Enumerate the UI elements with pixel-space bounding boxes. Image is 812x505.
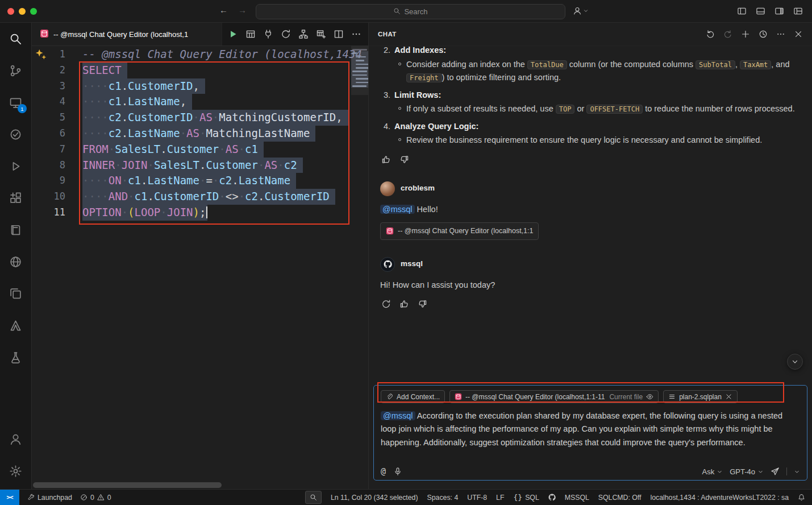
- thumbs-up-button[interactable]: [399, 299, 409, 309]
- sqlcmd-status[interactable]: SQLCMD: Off: [598, 494, 642, 502]
- attachment-chip[interactable]: -- @mssql Chat Query Editor (localhost,1…: [380, 222, 539, 240]
- activity-item-web[interactable]: [0, 246, 31, 278]
- more-button[interactable]: [776, 30, 785, 39]
- indentation[interactable]: Spaces: 4: [427, 494, 459, 502]
- eol[interactable]: LF: [496, 494, 504, 502]
- send-button[interactable]: [771, 467, 780, 476]
- connection[interactable]: localhost,1434 : AdventureWorksLT2022 : …: [650, 494, 789, 502]
- notifications[interactable]: [798, 494, 805, 501]
- model-picker[interactable]: GPT-4o: [730, 467, 764, 476]
- chat-input-box[interactable]: Add Context...-- @mssql Chat Query Edito…: [373, 385, 807, 481]
- copilot-menu[interactable]: [573, 6, 589, 15]
- activity-item-source-control[interactable]: [0, 55, 31, 86]
- activity-item-remote-explorer[interactable]: 1: [0, 86, 31, 118]
- code-line[interactable]: 11OPTION·(LOOP·JOIN);: [32, 205, 351, 221]
- copilot-sparkle-icon[interactable]: [35, 48, 47, 63]
- mention-chip[interactable]: @mssql: [381, 411, 415, 420]
- context-chip[interactable]: plan-2.sqlplan: [663, 390, 738, 403]
- activity-item-run-debug[interactable]: [0, 150, 31, 182]
- language-mode[interactable]: {}SQL: [513, 494, 539, 502]
- activity-item-azure[interactable]: [0, 309, 31, 341]
- remote-indicator[interactable]: ><: [0, 490, 19, 505]
- refresh-button[interactable]: [381, 299, 391, 309]
- back-button[interactable]: ←: [219, 5, 228, 15]
- activity-item-flask[interactable]: [0, 341, 31, 373]
- code-line[interactable]: 8INNER·JOIN·SalesLT.Customer·AS·c2: [32, 158, 351, 173]
- code-line[interactable]: 10····AND·c1.CustomerID·<>·c2.CustomerID: [32, 189, 351, 205]
- code-line[interactable]: 5····c2.CustomerID·AS·MatchingCustomerID…: [32, 110, 351, 126]
- cursor-position[interactable]: Ln 11, Col 20 (342 selected): [331, 494, 418, 502]
- minimap-line: [352, 71, 367, 72]
- activity-item-testing[interactable]: [0, 118, 31, 150]
- close-icon[interactable]: [725, 393, 732, 400]
- bell-icon: [798, 494, 805, 501]
- attach-mention-button[interactable]: @: [381, 467, 386, 476]
- mention-chip[interactable]: @mssql: [380, 205, 415, 214]
- toggle-panel-button[interactable]: [756, 6, 765, 16]
- split-editor-button[interactable]: [334, 29, 344, 39]
- line-number: 8: [32, 158, 82, 173]
- context-chip[interactable]: Add Context...: [381, 390, 445, 403]
- github-status[interactable]: [548, 494, 556, 501]
- redo-button[interactable]: [723, 30, 732, 39]
- zoom-indicator[interactable]: [305, 491, 322, 504]
- send-options-button[interactable]: [794, 469, 800, 475]
- thumbs-down-button[interactable]: [399, 155, 409, 164]
- code-line[interactable]: 7FROM·SalesLT.Customer·AS·c1: [32, 142, 351, 158]
- activity-item-search[interactable]: [0, 23, 31, 55]
- table-designer-button[interactable]: [316, 29, 326, 39]
- voice-input-button[interactable]: [393, 467, 402, 476]
- code-line[interactable]: 3····c1.CustomerID,: [32, 78, 351, 94]
- command-center-search[interactable]: Search: [256, 4, 565, 19]
- scroll-to-bottom-button[interactable]: [787, 354, 803, 370]
- activity-item-settings[interactable]: [0, 455, 31, 487]
- minimap-line: [356, 60, 365, 61]
- text-run: ) to optimize filtering and sorting.: [442, 73, 561, 82]
- mssql-status[interactable]: MSSQL: [565, 494, 589, 502]
- code-token: ·: [199, 127, 206, 139]
- activity-item-windows[interactable]: [0, 278, 31, 309]
- context-chip[interactable]: -- @mssql Chat Query Editor (localhost,1…: [449, 390, 659, 403]
- minimap[interactable]: [351, 46, 368, 481]
- forward-button[interactable]: →: [238, 5, 247, 15]
- history-button[interactable]: [759, 30, 768, 39]
- globe-icon: [9, 255, 22, 268]
- close-button[interactable]: [794, 30, 803, 39]
- show-results-button[interactable]: [245, 29, 256, 39]
- activity-item-extensions[interactable]: [0, 182, 31, 214]
- editor-tab[interactable]: -- @mssql Chat Query Editor (localhost,1: [32, 23, 222, 45]
- activity-item-docs[interactable]: [0, 214, 31, 246]
- new-chat-button[interactable]: [741, 30, 750, 39]
- horizontal-scrollbar[interactable]: [33, 482, 222, 488]
- more-actions-button[interactable]: [351, 29, 361, 39]
- problems[interactable]: 00: [80, 494, 111, 502]
- encoding[interactable]: UTF-8: [467, 494, 487, 502]
- code-editor[interactable]: 1-- @mssql Chat Query Editor (localhost,…: [32, 46, 368, 489]
- eye-icon[interactable]: [646, 393, 653, 400]
- change-connection-button[interactable]: [281, 29, 291, 39]
- run-query-button[interactable]: [228, 29, 238, 39]
- code-line[interactable]: 1-- @mssql Chat Query Editor (localhost,…: [32, 47, 351, 63]
- zoom-window-button[interactable]: [30, 8, 37, 15]
- activity-item-accounts[interactable]: [0, 423, 31, 455]
- thumbs-down-button[interactable]: [418, 299, 427, 309]
- show-query-plan-button[interactable]: [298, 29, 309, 39]
- search-placeholder: Search: [404, 7, 427, 16]
- customize-layout-button[interactable]: [793, 6, 803, 16]
- code-line[interactable]: 2SELECT: [32, 63, 351, 78]
- disconnect-button[interactable]: [263, 29, 273, 39]
- launchpad[interactable]: Launchpad: [27, 494, 72, 502]
- code-line[interactable]: 6····c2.LastName·AS·MatchingLastName: [32, 126, 351, 142]
- context-chip-label: -- @mssql Chat Query Editor (localhost,1…: [465, 393, 605, 401]
- code-line[interactable]: 9····ON·c1.LastName·=·c2.LastName: [32, 173, 351, 189]
- mode-picker[interactable]: Ask: [702, 467, 723, 476]
- code-token: <>: [226, 190, 239, 202]
- close-window-button[interactable]: [7, 8, 14, 15]
- undo-button[interactable]: [706, 30, 715, 39]
- toggle-secondary-sidebar-button[interactable]: [774, 6, 784, 16]
- minimize-window-button[interactable]: [19, 8, 26, 15]
- toggle-primary-sidebar-button[interactable]: [737, 6, 747, 16]
- code-line[interactable]: 4····c1.LastName,: [32, 94, 351, 110]
- thumbs-up-button[interactable]: [381, 155, 391, 164]
- chat-input-text[interactable]: @mssql According to the execution plan s…: [381, 409, 800, 449]
